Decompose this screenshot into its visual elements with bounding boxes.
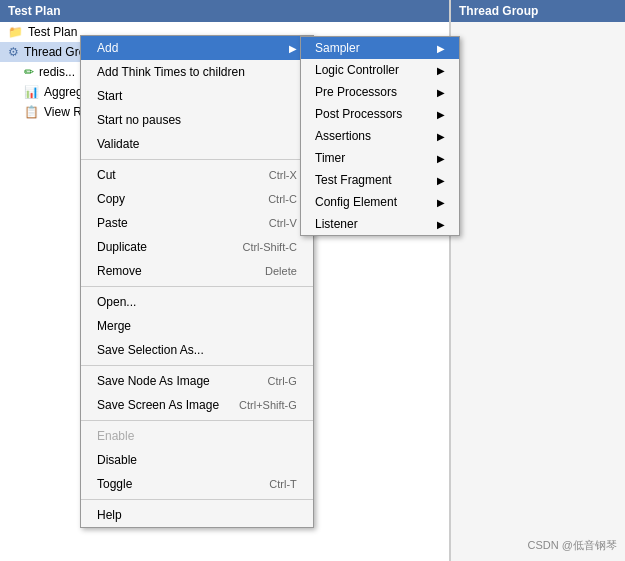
separator-5 bbox=[81, 499, 313, 500]
arrow-icon-sampler: ▶ bbox=[437, 43, 445, 54]
menu-item-duplicate[interactable]: Duplicate Ctrl-Shift-C bbox=[81, 235, 313, 259]
menu-item-disable[interactable]: Disable bbox=[81, 448, 313, 472]
arrow-icon-testfrag: ▶ bbox=[437, 175, 445, 186]
right-panel-content bbox=[451, 22, 625, 30]
context-menu: Add ▶ Add Think Times to children Start … bbox=[80, 35, 314, 528]
menu-item-open[interactable]: Open... bbox=[81, 290, 313, 314]
submenu-item-listener[interactable]: Listener ▶ bbox=[301, 213, 459, 235]
arrow-icon-listener: ▶ bbox=[437, 219, 445, 230]
tree-title: Test Plan bbox=[0, 0, 449, 22]
menu-item-start[interactable]: Start bbox=[81, 84, 313, 108]
menu-item-help[interactable]: Help bbox=[81, 503, 313, 527]
submenu-item-postprocessors[interactable]: Post Processors ▶ bbox=[301, 103, 459, 125]
menu-item-copy[interactable]: Copy Ctrl-C bbox=[81, 187, 313, 211]
menu-item-remove[interactable]: Remove Delete bbox=[81, 259, 313, 283]
arrow-icon-assertions: ▶ bbox=[437, 131, 445, 142]
submenu-item-preprocessors[interactable]: Pre Processors ▶ bbox=[301, 81, 459, 103]
menu-item-startnopause[interactable]: Start no pauses bbox=[81, 108, 313, 132]
submenu-item-testfragment[interactable]: Test Fragment ▶ bbox=[301, 169, 459, 191]
right-panel-title: Thread Group bbox=[451, 0, 625, 22]
separator-2 bbox=[81, 286, 313, 287]
arrow-icon-pre: ▶ bbox=[437, 87, 445, 98]
listener-icon: 📊 bbox=[24, 85, 39, 99]
submenu-item-assertions[interactable]: Assertions ▶ bbox=[301, 125, 459, 147]
separator-1 bbox=[81, 159, 313, 160]
submenu-item-sampler[interactable]: Sampler ▶ bbox=[301, 37, 459, 59]
separator-4 bbox=[81, 420, 313, 421]
menu-item-cut[interactable]: Cut Ctrl-X bbox=[81, 163, 313, 187]
arrow-icon-timer: ▶ bbox=[437, 153, 445, 164]
submenu-item-logiccontroller[interactable]: Logic Controller ▶ bbox=[301, 59, 459, 81]
separator-3 bbox=[81, 365, 313, 366]
arrow-icon-config: ▶ bbox=[437, 197, 445, 208]
arrow-icon-post: ▶ bbox=[437, 109, 445, 120]
gear-icon: ⚙ bbox=[8, 45, 19, 59]
menu-item-saveselas[interactable]: Save Selection As... bbox=[81, 338, 313, 362]
submenu-item-configelement[interactable]: Config Element ▶ bbox=[301, 191, 459, 213]
menu-item-merge[interactable]: Merge bbox=[81, 314, 313, 338]
submenu-add: Sampler ▶ Logic Controller ▶ Pre Process… bbox=[300, 36, 460, 236]
sampler-icon: ✏ bbox=[24, 65, 34, 79]
menu-item-enable[interactable]: Enable bbox=[81, 424, 313, 448]
submenu-item-timer[interactable]: Timer ▶ bbox=[301, 147, 459, 169]
watermark: CSDN @低音钢琴 bbox=[528, 538, 617, 553]
menu-item-savenodeasimage[interactable]: Save Node As Image Ctrl-G bbox=[81, 369, 313, 393]
right-panel: Thread Group bbox=[450, 0, 625, 561]
folder-icon: 📁 bbox=[8, 25, 23, 39]
arrow-icon-logic: ▶ bbox=[437, 65, 445, 76]
menu-item-add[interactable]: Add ▶ bbox=[81, 36, 313, 60]
arrow-icon: ▶ bbox=[289, 43, 297, 54]
menu-item-toggle[interactable]: Toggle Ctrl-T bbox=[81, 472, 313, 496]
results-icon: 📋 bbox=[24, 105, 39, 119]
menu-item-addthinktimes[interactable]: Add Think Times to children bbox=[81, 60, 313, 84]
menu-item-validate[interactable]: Validate bbox=[81, 132, 313, 156]
menu-item-savescreenasimage[interactable]: Save Screen As Image Ctrl+Shift-G bbox=[81, 393, 313, 417]
app-window: Test Plan 📁 Test Plan ⚙ Thread Group ✏ r… bbox=[0, 0, 625, 561]
menu-item-paste[interactable]: Paste Ctrl-V bbox=[81, 211, 313, 235]
